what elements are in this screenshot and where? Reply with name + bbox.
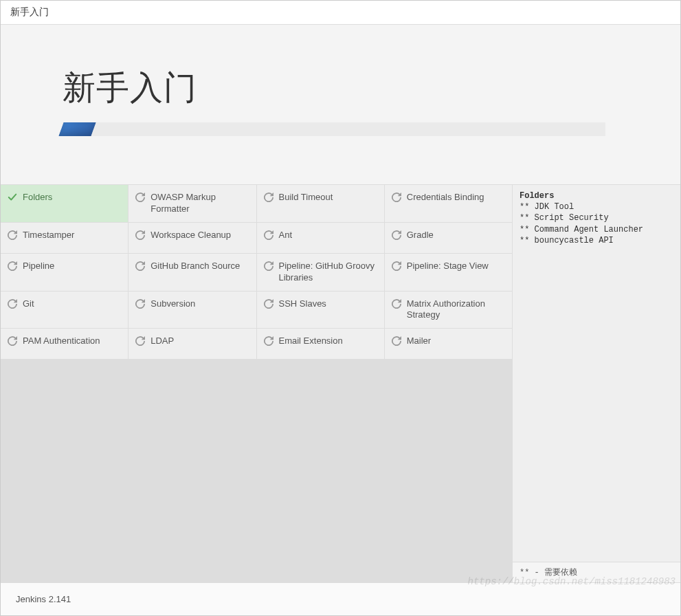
plugin-cell: Pipeline (1, 254, 128, 291)
plugin-cell: SSH Slaves (257, 292, 384, 329)
plugin-label: Ant (279, 230, 293, 241)
window-titlebar: 新手入门 (1, 1, 680, 25)
refresh-icon (8, 336, 17, 346)
log-line: ** bouncycastle API (520, 235, 673, 246)
progress-bar (63, 122, 605, 136)
plugin-cell: Subversion (129, 292, 256, 329)
setup-wizard-window: 新手入门 新手入门 FoldersOWASP Markup FormatterB… (0, 0, 681, 616)
refresh-icon (8, 230, 17, 240)
log-heading: Folders (520, 190, 673, 201)
plugin-cell: Mailer (385, 329, 512, 359)
plugin-label: Timestamper (23, 230, 74, 241)
plugin-label: Subversion (150, 298, 195, 310)
plugin-label: GitHub Branch Source (150, 261, 240, 272)
plugin-cell: Pipeline: Stage View (385, 254, 512, 291)
plugin-label: Pipeline (23, 261, 54, 272)
plugin-cell: Folders (1, 185, 128, 222)
plugins-grid: FoldersOWASP Markup FormatterBuild Timeo… (1, 185, 512, 582)
plugin-label: Folders (23, 192, 52, 204)
plugin-label: LDAP (150, 336, 174, 347)
footer: Jenkins 2.141 (1, 582, 680, 615)
plugin-cell: OWASP Markup Formatter (129, 185, 256, 222)
plugin-label: Matrix Authorization Strategy (407, 298, 505, 322)
plugin-cell: Timestamper (1, 223, 128, 253)
refresh-icon (135, 261, 145, 271)
plugin-cell: LDAP (129, 329, 256, 359)
refresh-icon (392, 299, 401, 309)
plugin-label: Pipeline: Stage View (407, 261, 489, 272)
version-label: Jenkins 2.141 (16, 594, 71, 604)
refresh-icon (264, 299, 273, 309)
refresh-icon (392, 192, 401, 202)
plugin-label: Git (23, 298, 34, 310)
plugin-cell: Build Timeout (257, 185, 384, 222)
plugin-label: Gradle (407, 230, 434, 241)
plugin-label: Workspace Cleanup (150, 230, 231, 241)
plugin-label: Mailer (407, 336, 431, 347)
plugin-cell: GitHub Branch Source (129, 254, 256, 291)
refresh-icon (135, 230, 145, 240)
window-title: 新手入门 (10, 6, 49, 17)
refresh-icon (135, 299, 145, 309)
page-heading: 新手入门 (63, 66, 618, 110)
log-line: ** JDK Tool (520, 201, 673, 212)
plugin-cell: Email Extension (257, 329, 384, 359)
plugin-cell: Matrix Authorization Strategy (385, 292, 512, 329)
plugin-label: Pipeline: GitHub Groovy Libraries (279, 261, 377, 284)
plugin-cell: Ant (257, 223, 384, 253)
refresh-icon (8, 299, 17, 309)
plugin-label: Credentials Binding (407, 192, 484, 204)
refresh-icon (8, 261, 17, 271)
plugin-cell: Pipeline: GitHub Groovy Libraries (257, 254, 384, 291)
refresh-icon (392, 230, 401, 240)
install-log-panel: Folders** JDK Tool** Script Security** C… (512, 185, 680, 582)
plugin-label: Build Timeout (279, 192, 333, 204)
main-content: FoldersOWASP Markup FormatterBuild Timeo… (1, 185, 680, 582)
plugin-label: PAM Authentication (23, 336, 100, 347)
refresh-icon (135, 192, 145, 202)
plugin-cell: Git (1, 292, 128, 329)
plugin-cell: Workspace Cleanup (129, 223, 256, 253)
plugin-cell: Gradle (385, 223, 512, 253)
plugin-label: SSH Slaves (279, 298, 326, 310)
check-icon (8, 192, 17, 202)
plugin-label: Email Extension (279, 336, 343, 347)
refresh-icon (392, 336, 401, 346)
log-line: ** Script Security (520, 212, 673, 223)
progress-fill (58, 122, 96, 136)
refresh-icon (392, 261, 401, 271)
refresh-icon (264, 336, 273, 346)
plugin-cell: PAM Authentication (1, 329, 128, 359)
install-log: Folders** JDK Tool** Script Security** C… (513, 185, 680, 562)
refresh-icon (264, 192, 273, 202)
header-area: 新手入门 (1, 25, 680, 185)
refresh-icon (135, 336, 145, 346)
log-line: ** Command Agent Launcher (520, 224, 673, 235)
log-legend: ** - 需要依赖 (513, 562, 680, 582)
refresh-icon (264, 230, 273, 240)
plugin-label: OWASP Markup Formatter (150, 192, 249, 215)
refresh-icon (264, 261, 273, 271)
plugin-cell: Credentials Binding (385, 185, 512, 222)
